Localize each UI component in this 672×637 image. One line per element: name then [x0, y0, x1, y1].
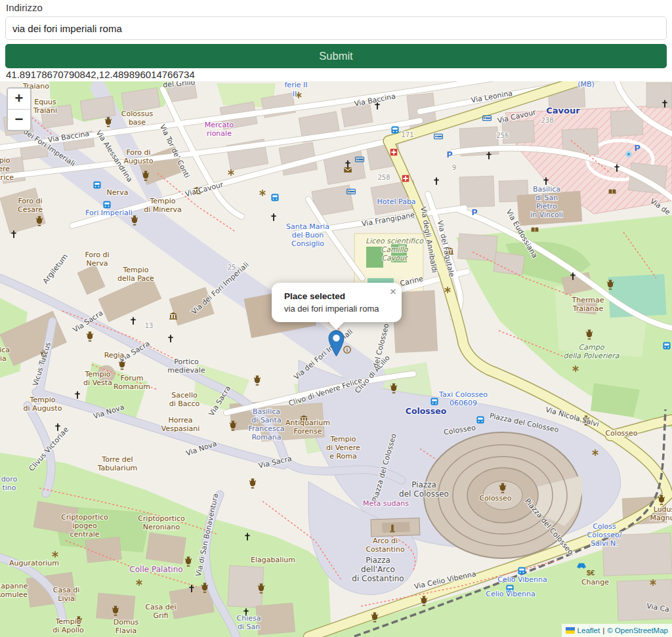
map-label: Foro diCesare	[18, 197, 43, 214]
map-label: Celio Vibenna	[497, 575, 547, 584]
map-svg: P i $€	[0, 81, 672, 637]
bus-icon	[663, 342, 670, 349]
bus-icon	[430, 398, 438, 405]
map-label: II	[293, 90, 297, 98]
map-label: Celio Vibenna	[486, 590, 536, 598]
map-label: Mercatorionale	[205, 121, 234, 138]
map-label: (MB)	[578, 81, 595, 89]
book-icon	[532, 227, 539, 232]
address-label: Indirizzo	[6, 2, 43, 13]
map-marker[interactable]	[328, 330, 345, 357]
map-label: Hotel Paba	[377, 197, 415, 206]
map-label: Fori Imperiali	[85, 209, 133, 217]
zoom-in-button[interactable]: +	[8, 89, 30, 109]
envelope-icon	[344, 167, 352, 173]
map-label: Auguratorium	[9, 559, 59, 567]
bus-icon	[271, 194, 278, 201]
map-label: Chiesadi San	[237, 614, 261, 631]
map-label: Colle Palatino	[129, 565, 182, 574]
attribution-separator: |	[602, 627, 604, 634]
map-label: dorotino	[1, 475, 18, 492]
map-label: 171	[401, 131, 413, 138]
redcross-icon	[402, 175, 410, 182]
map-label: Tempiodi Vesta	[83, 370, 112, 387]
map-attribution: Leaflet | © OpenStreetMap	[562, 624, 672, 637]
map-label: Santa Mariadel BuonConsiglio	[286, 222, 329, 248]
map-label: ThermaeTraianae	[571, 296, 604, 313]
map-label: Tempiodi Apollo	[52, 617, 84, 634]
arch-of-constantine	[371, 518, 420, 537]
map-label: 9	[452, 164, 456, 171]
map-label: DomusFlavia	[114, 618, 139, 635]
map-label: 13	[145, 322, 154, 329]
coordinates-text: 41.89178670790842,12.489896014766734	[6, 69, 195, 80]
bus-icon	[476, 416, 484, 423]
map-label: 256	[496, 132, 509, 139]
map-label: Foro diAugusto	[123, 148, 153, 165]
bus-icon	[391, 126, 398, 133]
leaflet-link[interactable]: Leaflet	[578, 627, 600, 634]
map-label: Tempiodi Veneree Roma	[326, 435, 360, 461]
map-label: Colosseo	[605, 429, 637, 438]
parking-icon	[472, 207, 478, 217]
map-container[interactable]: P i $€	[0, 81, 672, 637]
map-label: Foro diNerva	[85, 251, 109, 268]
map-label: Regia	[104, 351, 125, 360]
map-label: 25	[228, 264, 236, 271]
app: Indirizzo Submit 41.89178670790842,12.48…	[0, 0, 672, 637]
money-icon	[587, 569, 595, 577]
bus-icon	[103, 201, 110, 208]
popup-body: via dei fori imperiali roma	[284, 304, 388, 314]
map-label: Nerva	[107, 188, 129, 197]
map-label: EquusTraiani	[33, 98, 57, 115]
popup-title: Place selected	[284, 291, 388, 301]
map-popup: Place selected via dei fori imperiali ro…	[272, 283, 402, 322]
map-label: LudusMagnus	[650, 505, 672, 522]
map-label: Elagabalium	[251, 556, 295, 564]
map-label: Colosseo	[406, 406, 447, 416]
osm-link[interactable]: © OpenStreetMap	[607, 627, 668, 634]
bus-icon	[518, 567, 525, 574]
zoom-out-button[interactable]: −	[8, 109, 30, 130]
parking-icon	[635, 143, 640, 153]
map-label: Basilicadi SantaFrancescaRomana	[248, 407, 284, 442]
map-label: Colosseo	[479, 494, 511, 503]
map-label: 238	[541, 117, 553, 124]
map-label: Change	[581, 578, 609, 586]
bus-icon	[93, 181, 100, 188]
map-label: 258	[377, 174, 390, 181]
parking-icon	[447, 150, 453, 159]
submit-button[interactable]: Submit	[5, 44, 667, 68]
map-label: Torre delTabularium	[97, 455, 138, 472]
map-label: Meta sudans	[363, 499, 409, 508]
fountain-icon	[625, 151, 632, 157]
map-label: Sacellodi Bacco	[169, 391, 200, 408]
map-label: Cavour	[546, 106, 580, 115]
redcross-icon	[390, 149, 398, 156]
zoom-control: + −	[7, 87, 32, 131]
book-icon	[609, 189, 616, 194]
popup-close-button[interactable]: ×	[390, 286, 396, 297]
map-label: CapanneRomulee	[0, 582, 28, 599]
address-input[interactable]	[5, 16, 667, 40]
marker-pin-icon	[328, 330, 345, 357]
map-label: CriptoporticoNeroniano	[138, 514, 185, 531]
map-label: ferie II	[285, 81, 308, 89]
ukraine-flag-icon	[566, 627, 575, 634]
